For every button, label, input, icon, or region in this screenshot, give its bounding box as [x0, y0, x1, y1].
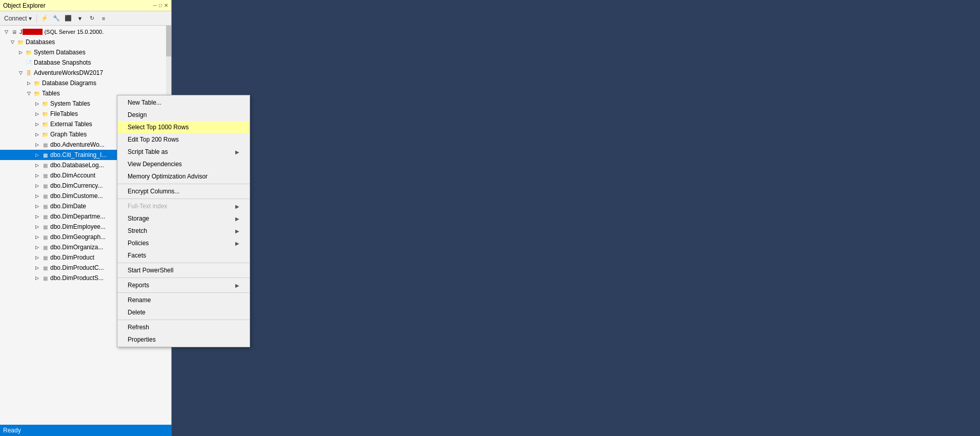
db-snapshots-icon: 📄	[25, 58, 33, 67]
ctx-separator-3	[117, 263, 250, 263]
ctx-encrypt-columns[interactable]: Encrypt Columns...	[117, 185, 250, 197]
tree-item-db-snapshots[interactable]: ▷ 📄 Database Snapshots	[0, 57, 171, 68]
expander-db-diagrams[interactable]: ▷	[25, 79, 33, 87]
expander-system-databases[interactable]: ▷	[16, 48, 25, 56]
connect-button[interactable]: Connect ▾	[2, 13, 34, 24]
filter-button[interactable]: 🔧	[51, 13, 62, 24]
expander-dbo-dimproduct[interactable]: ▷	[33, 253, 41, 262]
system-tables-icon: 📁	[41, 100, 49, 108]
expander-databases[interactable]: ▽	[8, 38, 16, 46]
expander-server[interactable]: ▽	[2, 28, 10, 36]
ctx-design[interactable]: Design	[117, 109, 250, 121]
ctx-memory-optimization-label: Memory Optimization Advisor	[128, 173, 208, 180]
stop-button[interactable]: ⬛	[63, 13, 73, 24]
dbo-dimproducts-icon: ▦	[41, 274, 49, 282]
ctx-reports-label: Reports	[128, 282, 149, 289]
adventureworks-icon: 🗄	[25, 69, 33, 77]
expander-dbo-dimproductc[interactable]: ▷	[33, 264, 41, 272]
tree-item-adventureworks[interactable]: ▽ 🗄 AdventureWorksDW2017	[0, 68, 171, 78]
graph-tables-label: Graph Tables	[50, 131, 87, 138]
ctx-reports[interactable]: Reports ▶	[117, 279, 250, 291]
expander-dbo-dimaccount[interactable]: ▷	[33, 171, 41, 180]
new-query-button[interactable]: ⚡	[39, 13, 50, 24]
databases-folder-icon: 📁	[16, 38, 25, 46]
expander-external-tables[interactable]: ▷	[33, 120, 41, 128]
expander-dbo-dimcurrency[interactable]: ▷	[33, 182, 41, 190]
db-diagrams-label: Database Diagrams	[42, 80, 96, 87]
ctx-separator-5	[117, 292, 250, 293]
db-snapshots-label: Database Snapshots	[34, 59, 91, 66]
ctx-new-table-label: New Table...	[128, 99, 161, 106]
ctx-script-table-arrow: ▶	[235, 149, 239, 155]
ctx-script-table-as[interactable]: Script Table as ▶	[117, 146, 250, 158]
tables-label: Tables	[42, 90, 60, 97]
expander-dbo-dimorganization[interactable]: ▷	[33, 243, 41, 251]
expander-dbo-citi[interactable]: ▷	[33, 151, 41, 159]
ctx-rename-label: Rename	[128, 296, 151, 304]
refresh-button[interactable]: ↻	[87, 13, 97, 24]
object-explorer-title: Object Explorer	[3, 2, 46, 9]
context-menu: New Table... Design Select Top 1000 Rows…	[117, 95, 250, 347]
summary-button[interactable]: ≡	[98, 13, 109, 24]
expander-dbo-dimproducts[interactable]: ▷	[33, 274, 41, 282]
ctx-full-text-index-label: Full-Text index	[128, 203, 167, 210]
expander-dbo-dimemployee[interactable]: ▷	[33, 223, 41, 231]
ctx-start-powershell[interactable]: Start PowerShell	[117, 264, 250, 276]
ctx-delete[interactable]: Delete	[117, 306, 250, 319]
dbo-dimdate-label: dbo.DimDate	[50, 203, 86, 210]
scrollbar-thumb[interactable]	[166, 26, 171, 56]
ctx-start-powershell-label: Start PowerShell	[128, 267, 173, 274]
ctx-rename[interactable]: Rename	[117, 294, 250, 306]
ctx-facets[interactable]: Facets	[117, 249, 250, 262]
expander-dbo-databaselog[interactable]: ▷	[33, 161, 41, 169]
ctx-edit-top-200[interactable]: Edit Top 200 Rows	[117, 133, 250, 146]
tree-item-databases[interactable]: ▽ 📁 Databases	[0, 37, 171, 47]
ctx-select-top-1000[interactable]: Select Top 1000 Rows	[117, 121, 250, 133]
close-button[interactable]: ✕	[164, 3, 168, 8]
filter-toggle-button[interactable]: ▼	[75, 13, 85, 24]
ctx-view-dependencies-label: View Dependencies	[128, 161, 182, 168]
tree-item-server[interactable]: ▽ 🖥 J■■■■■■ (SQL Server 15.0.2000.	[0, 27, 171, 37]
ctx-view-dependencies[interactable]: View Dependencies	[117, 158, 250, 170]
titlebar-buttons: ─ □ ✕	[153, 3, 168, 8]
dbo-dimemployee-label: dbo.DimEmployee...	[50, 223, 106, 230]
expander-file-tables[interactable]: ▷	[33, 110, 41, 118]
float-button[interactable]: □	[159, 3, 162, 8]
tree-item-db-diagrams[interactable]: ▷ 📁 Database Diagrams	[0, 78, 171, 88]
ctx-properties[interactable]: Properties	[117, 333, 250, 346]
ctx-policies[interactable]: Policies ▶	[117, 237, 250, 249]
external-tables-label: External Tables	[50, 121, 92, 128]
expander-adventureworks[interactable]: ▽	[16, 69, 25, 77]
expander-dbo-adventure[interactable]: ▷	[33, 141, 41, 149]
dbo-dimorganization-icon: ▦	[41, 243, 49, 251]
dbo-databaselog-icon: ▦	[41, 161, 49, 169]
expander-dbo-dimgeography[interactable]: ▷	[33, 233, 41, 241]
system-databases-icon: 📁	[25, 48, 33, 56]
expander-dbo-dimcustomer[interactable]: ▷	[33, 192, 41, 200]
ctx-separator-4	[117, 278, 250, 278]
expander-dbo-dimdepartment[interactable]: ▷	[33, 212, 41, 221]
server-label: J■■■■■■ (SQL Server 15.0.2000.	[19, 29, 104, 35]
dbo-dimaccount-icon: ▦	[41, 171, 49, 180]
pin-button[interactable]: ─	[153, 3, 157, 8]
ctx-new-table[interactable]: New Table...	[117, 96, 250, 109]
ctx-separator-2	[117, 199, 250, 199]
dbo-dimdepartment-icon: ▦	[41, 212, 49, 221]
ctx-refresh[interactable]: Refresh	[117, 321, 250, 333]
dbo-dimcustomer-label: dbo.DimCustome...	[50, 192, 103, 200]
ctx-stretch[interactable]: Stretch ▶	[117, 225, 250, 237]
server-icon: 🖥	[10, 28, 18, 36]
dbo-dimproducts-label: dbo.DimProductS...	[50, 274, 104, 282]
ctx-memory-optimization[interactable]: Memory Optimization Advisor	[117, 170, 250, 183]
ctx-full-text-arrow: ▶	[235, 204, 239, 209]
dbo-dimaccount-label: dbo.DimAccount	[50, 172, 95, 179]
ctx-storage[interactable]: Storage ▶	[117, 212, 250, 225]
dbo-citi-icon: ▦	[41, 151, 49, 159]
dbo-citi-label: dbo.Citi_Training_I...	[50, 151, 107, 158]
expander-system-tables[interactable]: ▷	[33, 100, 41, 108]
expander-tables[interactable]: ▽	[25, 89, 33, 97]
tree-item-system-databases[interactable]: ▷ 📁 System Databases	[0, 47, 171, 57]
expander-graph-tables[interactable]: ▷	[33, 130, 41, 138]
expander-dbo-dimdate[interactable]: ▷	[33, 202, 41, 210]
status-bar: Ready	[0, 425, 172, 436]
